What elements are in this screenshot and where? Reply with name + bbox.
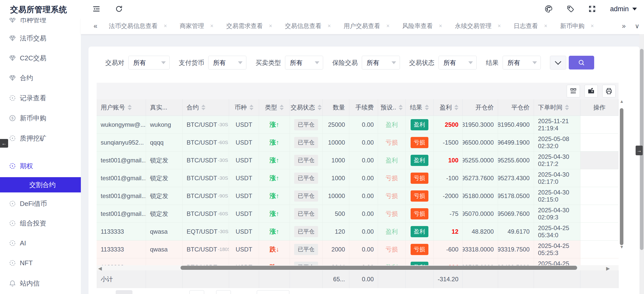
sidebar-item-4[interactable]: 合约 xyxy=(0,70,81,86)
cell-amount: 10000 xyxy=(323,134,349,151)
sort-icon[interactable] xyxy=(318,105,322,110)
horizontal-scrollbar-thumb[interactable] xyxy=(181,266,577,270)
sidebar-item-3[interactable]: C2C交易 xyxy=(0,50,81,66)
fullscreen-icon[interactable] xyxy=(588,5,597,13)
sort-icon[interactable] xyxy=(280,105,284,110)
sort-icon[interactable] xyxy=(399,105,403,110)
tab-6[interactable]: 风险率查看× xyxy=(402,22,442,30)
sort-icon[interactable] xyxy=(425,105,429,110)
filter-select[interactable]: 所有 xyxy=(503,56,541,69)
refresh-icon[interactable] xyxy=(115,5,124,13)
column-header-time[interactable]: 下单时间 xyxy=(534,99,580,116)
sidebar-item-label: 组合投资 xyxy=(20,219,46,228)
tab-9[interactable]: 新币申购× xyxy=(560,22,594,30)
status-badge: 已平仓 xyxy=(294,173,318,184)
scroll-right-arrow-icon[interactable]: ▶ xyxy=(606,265,610,271)
pagination-page-button[interactable] xyxy=(189,290,204,294)
tab-close-icon[interactable]: × xyxy=(439,23,442,29)
tab-5[interactable]: 用户交易查看× xyxy=(343,22,390,30)
more-filters-button[interactable] xyxy=(550,56,566,69)
table-header-row: 用户账号真实...合约币种类型交易状态数量手续费预设..结果盈利开仓价平仓价下单… xyxy=(97,99,619,116)
column-header-direction[interactable]: 类型 xyxy=(259,99,290,116)
tab-1[interactable]: 法币交易信息查看× xyxy=(109,22,167,30)
sidebar-item-11[interactable]: 组合投资 xyxy=(0,216,81,231)
column-header-result[interactable]: 结果 xyxy=(406,99,433,116)
sidebar-item-12[interactable]: AI xyxy=(0,235,81,251)
pagination-size-select[interactable] xyxy=(257,290,289,294)
sidebar-item-7[interactable]: 质押挖矿 xyxy=(0,131,81,146)
pagination-prev-button[interactable] xyxy=(116,290,132,294)
filter-select[interactable]: 所有 xyxy=(285,56,323,69)
scroll-left-arrow-icon[interactable]: ◀ xyxy=(98,265,102,271)
filter-select[interactable]: 所有 xyxy=(362,56,400,69)
column-header-profit[interactable]: 盈利 xyxy=(433,99,463,116)
filters-row: 交易对所有支付货币所有买卖类型所有保险交易所有交易状态所有结果所有 xyxy=(105,56,594,69)
sidebar-item-9[interactable]: 交割合约 xyxy=(0,177,81,192)
tabs-scroll-right-icon[interactable]: » xyxy=(622,18,626,34)
print-button[interactable] xyxy=(602,85,616,97)
palette-icon[interactable] xyxy=(544,5,553,13)
tab-close-icon[interactable]: × xyxy=(498,23,501,29)
tab-7[interactable]: 永续交易管理× xyxy=(455,22,501,30)
user-menu[interactable]: admin xyxy=(610,5,637,13)
tab-close-icon[interactable]: × xyxy=(210,23,214,29)
tab-close-icon[interactable]: × xyxy=(544,23,547,29)
column-header-coin[interactable]: 币种 xyxy=(229,99,259,116)
sort-icon[interactable] xyxy=(249,105,253,110)
page-scrollbar[interactable] xyxy=(639,34,644,294)
columns-settings-button[interactable] xyxy=(567,85,580,97)
tab-4[interactable]: 交易信息查看× xyxy=(285,22,331,30)
tabs-scroll-left-icon[interactable]: « xyxy=(94,18,97,34)
sort-icon[interactable] xyxy=(201,105,205,110)
tabs-menu-icon[interactable]: ∨ xyxy=(635,18,639,34)
scroll-down-arrow-icon[interactable]: ▼ xyxy=(620,245,624,250)
tab-label: 日志查看 xyxy=(514,22,538,30)
trend-up-label: 涨↑ xyxy=(269,192,279,200)
tab-8[interactable]: 日志查看× xyxy=(514,22,547,30)
column-header-contract[interactable]: 合约 xyxy=(183,99,229,116)
tag-icon[interactable] xyxy=(566,5,575,13)
vertical-scrollbar[interactable]: ▲ ▼ xyxy=(620,100,624,249)
filter-select-value: 所有 xyxy=(290,59,303,67)
preset-label: 盈利 xyxy=(386,121,398,129)
scroll-up-arrow-icon[interactable]: ▲ xyxy=(620,99,624,104)
app-title: 交易所管理系统 xyxy=(10,4,67,15)
column-header-account[interactable]: 用户账号 xyxy=(97,99,146,116)
sidebar-item-2[interactable]: 法币交易 xyxy=(0,31,81,46)
pagination-page-button[interactable] xyxy=(216,290,231,294)
export-button[interactable] xyxy=(585,85,598,97)
sidebar-item-13[interactable]: NFT xyxy=(0,255,81,271)
sort-icon[interactable] xyxy=(454,105,458,110)
tab-close-icon[interactable]: × xyxy=(164,23,167,29)
panel-edge-toggle-right[interactable]: → xyxy=(636,146,643,155)
sidebar-item-1[interactable]: 币种管理 xyxy=(0,18,81,27)
aim-icon xyxy=(9,134,16,142)
column-header-status[interactable]: 交易状态 xyxy=(290,99,323,116)
cell-status: 已平仓 xyxy=(290,187,323,205)
vertical-scrollbar-thumb[interactable] xyxy=(620,108,623,245)
collapse-menu-icon[interactable] xyxy=(92,5,101,13)
username: admin xyxy=(610,5,629,13)
filter-select[interactable]: 所有 xyxy=(439,56,477,69)
sidebar-item-10[interactable]: DeFi借币 xyxy=(0,196,81,211)
tab-close-icon[interactable]: × xyxy=(386,23,390,29)
tab-close-icon[interactable]: × xyxy=(328,23,331,29)
sidebar-item-14[interactable]: 站内信 xyxy=(0,276,81,291)
sort-icon[interactable] xyxy=(128,105,132,110)
filter-select[interactable]: 所有 xyxy=(208,56,246,69)
column-header-preset[interactable]: 预设.. xyxy=(378,99,406,116)
status-badge: 已平仓 xyxy=(294,190,318,202)
sidebar-item-5[interactable]: 记录查看 xyxy=(0,90,81,106)
horizontal-scrollbar[interactable]: ◀ ▶ xyxy=(97,265,619,270)
filter-select[interactable]: 所有 xyxy=(128,56,170,69)
tab-close-icon[interactable]: × xyxy=(269,23,272,29)
tab-close-icon[interactable]: × xyxy=(591,23,594,29)
sort-icon[interactable] xyxy=(565,105,569,110)
sidebar-item-6[interactable]: $新币申购 xyxy=(0,110,81,126)
sidebar-edge-toggle-left[interactable]: ← xyxy=(0,139,8,148)
cell-status: 已平仓 xyxy=(290,258,323,265)
search-button[interactable] xyxy=(569,56,594,69)
tab-3[interactable]: 交易需求查看× xyxy=(226,22,272,30)
tab-2[interactable]: 商家管理× xyxy=(180,22,214,30)
sidebar-item-8[interactable]: 期权 xyxy=(0,158,81,174)
